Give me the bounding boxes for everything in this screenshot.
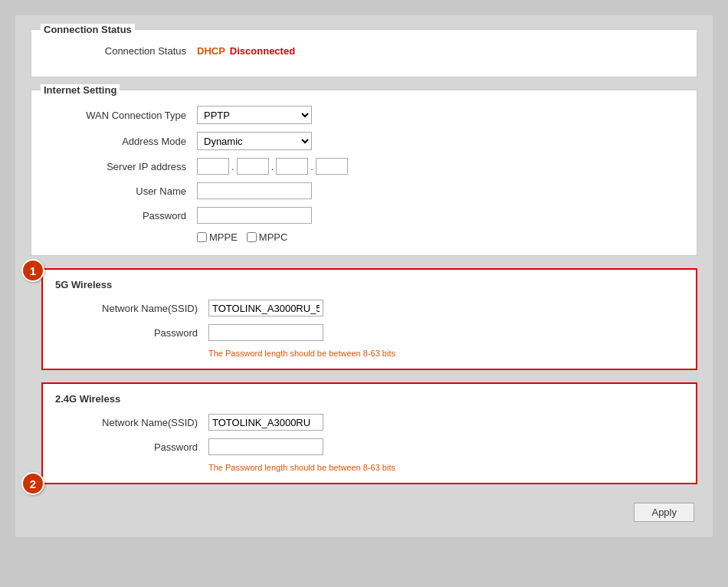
badge-1-circle: 1 bbox=[21, 259, 44, 282]
wireless-5g-title: 5G Wireless bbox=[55, 279, 684, 290]
5g-password-input[interactable] bbox=[208, 324, 323, 341]
connection-status-label: Connection Status bbox=[44, 45, 197, 57]
address-mode-label: Address Mode bbox=[44, 136, 197, 147]
badge-1-label: 1 bbox=[30, 264, 36, 277]
5g-password-label: Password bbox=[55, 327, 208, 339]
24g-ssid-label: Network Name(SSID) bbox=[55, 417, 208, 428]
internet-password-input[interactable] bbox=[197, 207, 312, 224]
mppe-checkbox[interactable] bbox=[197, 232, 207, 242]
server-ip-4[interactable] bbox=[316, 158, 348, 175]
mppe-label: MPPE bbox=[209, 231, 238, 243]
ip-dot-3: . bbox=[310, 161, 314, 172]
server-ip-1[interactable] bbox=[197, 158, 229, 175]
internet-password-label: Password bbox=[44, 210, 197, 221]
ip-dot-2: . bbox=[271, 161, 275, 172]
server-ip-label: Server IP address bbox=[44, 161, 197, 172]
wireless-24g-title: 2.4G Wireless bbox=[55, 393, 684, 405]
server-ip-3[interactable] bbox=[276, 158, 308, 175]
address-mode-select[interactable]: Dynamic Static bbox=[197, 132, 312, 150]
server-ip-2[interactable] bbox=[237, 158, 269, 175]
badge-2-circle: 2 bbox=[21, 472, 44, 495]
username-input[interactable] bbox=[197, 182, 312, 199]
wireless-5g-section: 5G Wireless Network Name(SSID) Password … bbox=[41, 268, 697, 370]
badge-2-label: 2 bbox=[30, 477, 36, 490]
24g-password-input[interactable] bbox=[208, 438, 323, 455]
5g-ssid-input[interactable] bbox=[208, 300, 323, 316]
mppc-label: MPPC bbox=[259, 231, 288, 243]
wan-connection-type-label: WAN Connection Type bbox=[44, 110, 197, 121]
24g-ssid-input[interactable] bbox=[208, 414, 323, 431]
24g-password-label: Password bbox=[55, 441, 208, 453]
ip-dot-1: . bbox=[231, 161, 235, 172]
wan-connection-type-select[interactable]: PPTP DHCP PPPoE Static bbox=[197, 106, 312, 124]
mppe-checkbox-label[interactable]: MPPE bbox=[197, 231, 238, 243]
5g-password-hint: The Password length should be between 8-… bbox=[55, 349, 684, 358]
mppc-checkbox-label[interactable]: MPPC bbox=[247, 231, 288, 243]
24g-password-hint: The Password length should be between 8-… bbox=[55, 463, 684, 472]
connection-status-title: Connection Status bbox=[41, 24, 135, 35]
username-label: User Name bbox=[44, 185, 197, 197]
internet-setting-title: Internet Setting bbox=[41, 84, 120, 96]
apply-button[interactable]: Apply bbox=[634, 503, 694, 522]
5g-ssid-label: Network Name(SSID) bbox=[55, 303, 208, 314]
mppc-checkbox[interactable] bbox=[247, 232, 257, 242]
wireless-24g-section: 2.4G Wireless Network Name(SSID) Passwor… bbox=[41, 382, 697, 484]
status-value: Disconnected bbox=[230, 45, 295, 57]
status-type: DHCP bbox=[197, 45, 225, 57]
